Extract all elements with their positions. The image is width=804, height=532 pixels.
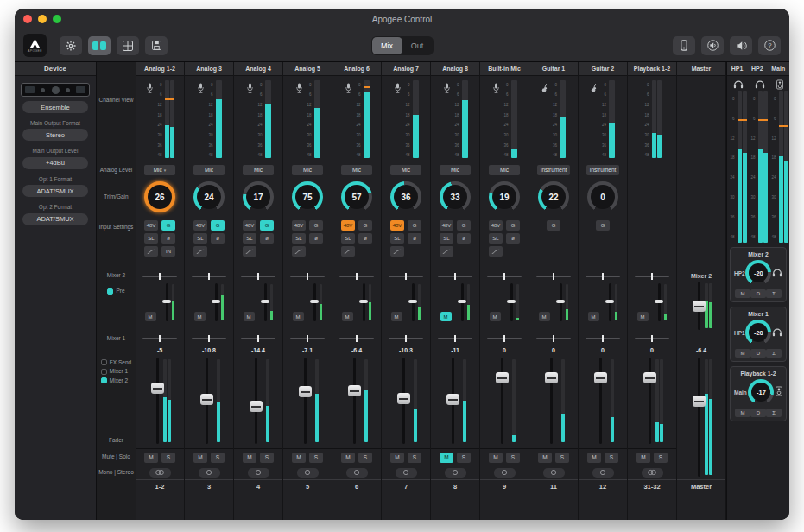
io-g-button[interactable]: G xyxy=(309,220,323,231)
input-type-button[interactable]: Mic xyxy=(440,165,471,175)
io-hpf-button[interactable] xyxy=(390,246,404,256)
io-phase-button[interactable]: ø xyxy=(408,233,421,244)
io-48v-button[interactable]: 48V xyxy=(390,220,404,231)
send-radio[interactable] xyxy=(101,359,107,365)
mixer2-fader[interactable] xyxy=(209,283,225,321)
monitor-mute-button[interactable]: M xyxy=(735,289,750,298)
mixer1-pan-slider[interactable] xyxy=(290,334,325,343)
channel-fader[interactable] xyxy=(149,358,172,444)
mono-icon[interactable] xyxy=(543,468,565,478)
mute-button[interactable]: M xyxy=(390,453,404,463)
io-hpf-button[interactable] xyxy=(341,246,355,256)
mixer2-fader[interactable] xyxy=(406,283,421,321)
input-type-button[interactable]: Mic xyxy=(390,165,421,175)
io-hpf-button[interactable] xyxy=(243,246,256,256)
settings-button[interactable] xyxy=(60,36,82,55)
io-g-button[interactable]: G xyxy=(457,220,471,231)
io-g-button[interactable]: G xyxy=(547,220,560,231)
solo-button[interactable]: S xyxy=(408,453,421,463)
io-g-button[interactable]: G xyxy=(408,220,421,231)
monitor-dim-button[interactable]: D xyxy=(750,408,766,417)
mixer2-fader[interactable] xyxy=(307,283,323,321)
monitor-level-knob[interactable]: -17 xyxy=(748,379,774,405)
trim-gain-knob[interactable]: 33 xyxy=(440,181,471,212)
mixer2-pan-slider[interactable] xyxy=(635,272,669,281)
send-radio[interactable] xyxy=(101,369,107,375)
mixer2-fader[interactable] xyxy=(603,283,618,321)
send-option-mixer-1[interactable]: Mixer 1 xyxy=(101,368,128,374)
device-select-button[interactable]: Ensemble xyxy=(22,101,88,113)
tab-out[interactable]: Out xyxy=(402,37,433,54)
mixer2-fader[interactable] xyxy=(357,283,372,321)
input-type-button[interactable]: Mic xyxy=(341,165,372,175)
dim-button[interactable] xyxy=(701,36,724,55)
snapshot-button[interactable] xyxy=(145,36,168,55)
mixer2-mute-button[interactable]: M xyxy=(244,312,255,321)
mixer2-mute-button[interactable]: M xyxy=(342,312,353,321)
mixer2-mute-button[interactable]: M xyxy=(293,312,304,321)
channel-fader[interactable] xyxy=(296,358,320,444)
io-g-button[interactable]: G xyxy=(260,220,274,231)
mute-button[interactable]: M xyxy=(243,453,256,463)
mixer1-pan-slider[interactable] xyxy=(438,334,472,343)
mixer2-pan-slider[interactable] xyxy=(290,272,325,281)
send-radio[interactable] xyxy=(101,377,107,383)
stereo-icon[interactable] xyxy=(642,468,663,478)
pre-radio[interactable] xyxy=(107,288,113,294)
trim-gain-knob[interactable]: 22 xyxy=(538,181,569,212)
solo-button[interactable]: S xyxy=(211,453,225,463)
io-sl-button[interactable]: SL xyxy=(341,233,355,244)
channel-fader[interactable] xyxy=(444,358,467,444)
mute-button[interactable]: M xyxy=(538,453,552,463)
monitor-mute-button[interactable]: M xyxy=(735,408,750,417)
io-sl-button[interactable]: SL xyxy=(144,233,158,244)
talkback-button[interactable] xyxy=(673,36,695,55)
mixer2-mute-button[interactable]: M xyxy=(490,312,501,321)
input-type-button[interactable]: Mic xyxy=(292,165,323,175)
input-type-button[interactable]: Mic ▾ xyxy=(144,165,175,175)
mute-button[interactable]: M xyxy=(587,453,601,463)
mono-icon[interactable] xyxy=(396,468,417,478)
io-g-button[interactable]: G xyxy=(506,220,520,231)
mixer2-mute-button[interactable]: M xyxy=(588,312,599,321)
io-hpf-button[interactable] xyxy=(440,246,453,256)
master-mixer2-fader[interactable] xyxy=(690,282,713,330)
io-in-button[interactable]: IN xyxy=(161,246,175,256)
io-hpf-button[interactable] xyxy=(144,246,158,256)
io-sl-button[interactable]: SL xyxy=(390,233,404,244)
close-button[interactable] xyxy=(23,15,32,23)
channel-fader[interactable] xyxy=(493,358,516,444)
io-48v-button[interactable]: 48V xyxy=(292,220,306,231)
solo-button[interactable]: S xyxy=(654,453,668,463)
io-48v-button[interactable]: 48V xyxy=(440,220,453,231)
io-phase-button[interactable]: ø xyxy=(457,233,471,244)
mono-icon[interactable] xyxy=(445,468,466,478)
mute-button[interactable]: M xyxy=(636,453,650,463)
io-g-button[interactable]: G xyxy=(211,220,225,231)
mixer1-pan-slider[interactable] xyxy=(586,334,620,343)
minimize-button[interactable] xyxy=(38,15,47,23)
mixer2-fader[interactable] xyxy=(455,283,471,321)
channel-fader[interactable] xyxy=(592,358,615,444)
pre-toggle[interactable]: Pre xyxy=(107,288,124,294)
speaker-mute-button[interactable] xyxy=(730,36,752,55)
solo-button[interactable]: S xyxy=(260,453,274,463)
io-phase-button[interactable]: ø xyxy=(161,233,175,244)
solo-button[interactable]: S xyxy=(555,453,569,463)
trim-gain-knob[interactable]: 24 xyxy=(193,181,225,212)
monitor-dim-button[interactable]: D xyxy=(750,289,766,298)
send-option-fx-send[interactable]: FX Send xyxy=(101,359,131,365)
io-hpf-button[interactable] xyxy=(292,246,306,256)
mute-button[interactable]: M xyxy=(144,453,158,463)
mixer2-mute-button[interactable]: M xyxy=(440,312,452,321)
input-type-button[interactable]: Mic xyxy=(193,165,225,175)
mixer2-pan-slider[interactable] xyxy=(339,272,374,281)
mute-button[interactable]: M xyxy=(489,453,503,463)
solo-button[interactable]: S xyxy=(605,453,618,463)
tab-mix[interactable]: Mix xyxy=(372,37,402,54)
monitor-level-knob[interactable]: -20 xyxy=(745,320,771,345)
io-phase-button[interactable]: ø xyxy=(211,233,225,244)
io-phase-button[interactable]: ø xyxy=(309,233,323,244)
mixer1-pan-slider[interactable] xyxy=(389,334,423,343)
mute-button[interactable]: M xyxy=(193,453,207,463)
